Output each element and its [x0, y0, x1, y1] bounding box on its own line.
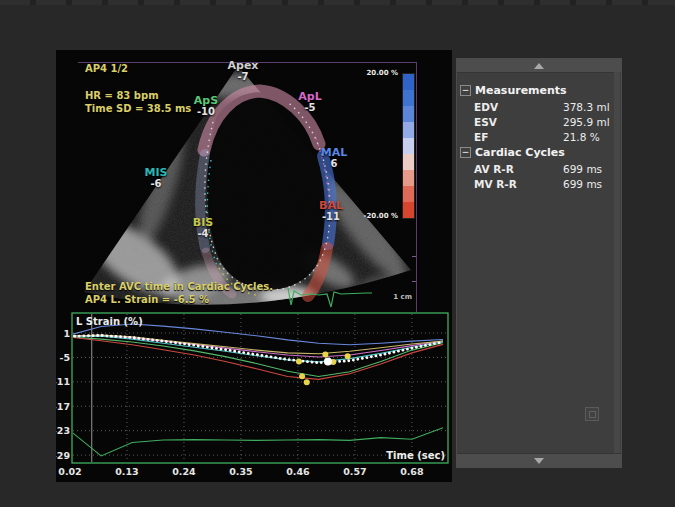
svg-text:0.46: 0.46	[286, 466, 310, 477]
measurement-value: 699 ms	[563, 178, 602, 190]
colorbar-segment	[403, 74, 414, 90]
segment-name: ApS	[184, 95, 228, 106]
group-header[interactable]: −Measurements	[457, 82, 615, 99]
measurement-row: EF21.8 %	[457, 129, 615, 144]
colorbar-segment	[403, 122, 414, 138]
group-label: Measurements	[475, 84, 567, 97]
svg-text:1: 1	[63, 328, 70, 339]
colorbar-segment	[403, 202, 414, 218]
segment-label-bis: BIS-4	[181, 217, 225, 239]
segment-label-bal: BAL-11	[309, 200, 353, 222]
global-strain-label: AP4 L. Strain = -6.5 %	[85, 294, 209, 305]
segment-value: -11	[309, 211, 353, 222]
colorbar-segment	[403, 138, 414, 154]
svg-text:-11: -11	[56, 376, 70, 387]
segment-name: Apex	[221, 60, 265, 71]
scroll-up-button[interactable]	[457, 59, 621, 73]
colorbar-segment	[403, 186, 414, 202]
segment-label-apl: ApL-5	[288, 91, 332, 113]
strain-colorbar	[402, 73, 415, 219]
heart-rate-label: HR = 83 bpm	[85, 90, 159, 101]
measurement-row: ESV295.9 ml	[457, 114, 615, 129]
segment-value: 6	[312, 158, 356, 169]
segment-value: -6	[134, 178, 178, 189]
measurement-value: 699 ms	[563, 163, 602, 175]
measurement-value: 378.3 ml	[563, 101, 610, 113]
segment-name: MAL	[312, 147, 356, 158]
scroll-up-icon	[534, 63, 544, 69]
measurement-label: ESV	[474, 116, 563, 128]
group-label: Cardiac Cycles	[475, 146, 565, 159]
svg-text:-29: -29	[56, 450, 70, 461]
measurement-row: EDV378.3 ml	[457, 99, 615, 114]
colorbar-segment	[403, 90, 414, 106]
measurement-label: EF	[474, 131, 563, 143]
avc-marker	[324, 357, 332, 365]
svg-text:0.13: 0.13	[115, 466, 138, 477]
measurements-panel: −MeasurementsEDV378.3 mlESV295.9 mlEF21.…	[456, 58, 622, 468]
segment-name: BAL	[309, 200, 353, 211]
collapse-icon[interactable]: −	[460, 147, 471, 158]
avc-message: Enter AVC time in Cardiac Cycles.	[85, 281, 273, 292]
colorbar-segment	[403, 170, 414, 186]
segment-value: -4	[181, 228, 225, 239]
svg-text:0.68: 0.68	[400, 466, 424, 477]
time-sd-label: Time SD = 38.5 ms	[85, 103, 191, 114]
segment-label-mal: MAL6	[312, 147, 356, 169]
window-icon[interactable]	[585, 407, 599, 421]
peak-marker	[299, 373, 305, 379]
strain-chart[interactable]: 1-5-11-17-23-290.020.130.240.350.460.570…	[56, 308, 452, 484]
svg-text:0.35: 0.35	[229, 466, 252, 477]
segment-label-apex: Apex-7	[221, 60, 265, 82]
svg-text:-5: -5	[59, 352, 70, 363]
segment-value: -10	[184, 106, 228, 117]
svg-text:-23: -23	[56, 425, 70, 436]
peak-marker	[345, 353, 351, 359]
svg-text:0.02: 0.02	[58, 466, 81, 477]
segment-name: ApL	[288, 91, 332, 102]
colorbar-segment	[403, 106, 414, 122]
segment-name: MIS	[134, 167, 178, 178]
panel-groups: −MeasurementsEDV378.3 mlESV295.9 mlEF21.…	[457, 72, 615, 191]
colorbar-segment	[403, 154, 414, 170]
top-toolbar-edge	[0, 0, 675, 5]
colorbar-max-label: 20.00 %	[320, 69, 398, 77]
segment-value: -5	[288, 102, 332, 113]
ruler-tick	[412, 256, 416, 257]
segment-label-aps: ApS-10	[184, 95, 228, 117]
view-label: AP4 1/2	[85, 63, 128, 74]
scroll-down-icon	[534, 458, 544, 464]
measurement-value: 21.8 %	[563, 131, 600, 143]
chart-x-axis-label: Time (sec)	[386, 450, 445, 461]
chart-title: L Strain (%)	[76, 316, 143, 327]
measurement-label: AV R-R	[474, 163, 563, 175]
group-header[interactable]: −Cardiac Cycles	[457, 144, 615, 161]
depth-ruler	[416, 62, 417, 312]
measurement-row: AV R-R699 ms	[457, 161, 615, 176]
measurement-value: 295.9 ml	[563, 116, 610, 128]
scale-label: 1 cm	[372, 293, 412, 301]
segment-name: BIS	[181, 217, 225, 228]
svg-text:-17: -17	[56, 401, 70, 412]
segment-value: -7	[221, 71, 265, 82]
svg-text:0.24: 0.24	[172, 466, 196, 477]
peak-marker	[304, 379, 310, 385]
peak-marker	[296, 358, 302, 364]
collapse-icon[interactable]: −	[460, 85, 471, 96]
peak-marker	[322, 352, 328, 358]
strain-curve-bal	[70, 337, 443, 379]
segment-label-mis: MIS-6	[134, 167, 178, 189]
scroll-down-button[interactable]	[457, 453, 621, 467]
measurement-label: EDV	[474, 101, 563, 113]
measurement-label: MV R-R	[474, 178, 563, 190]
svg-text:0.57: 0.57	[343, 466, 366, 477]
ruler-tick	[412, 281, 416, 282]
measurement-row: MV R-R699 ms	[457, 176, 615, 191]
echo-workspace: AP4 1/2 HR = 83 bpm Time SD = 38.5 ms En…	[56, 50, 452, 482]
echo-image-view: AP4 1/2 HR = 83 bpm Time SD = 38.5 ms En…	[66, 60, 416, 313]
